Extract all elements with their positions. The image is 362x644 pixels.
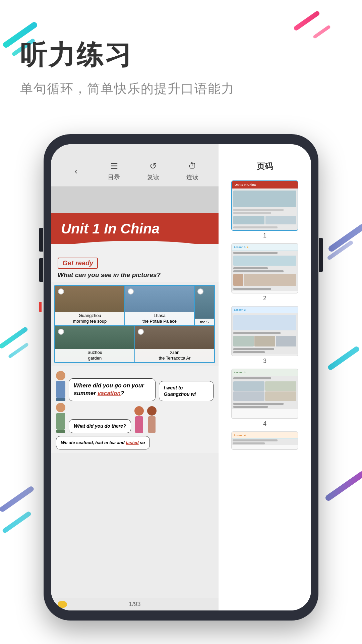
dot-1 — [58, 288, 64, 294]
thumb-image-2: Lesson 1 ● — [231, 243, 298, 293]
thumb-lesson-strip-2: Lesson 1 ● — [232, 244, 298, 251]
thumb-lesson-strip-4: Lesson 3 — [232, 369, 298, 376]
get-ready-box: Get ready — [58, 258, 98, 269]
power-button — [319, 238, 323, 272]
unit-banner: Unit 1 In China — [51, 213, 219, 244]
back-button[interactable]: ‹ — [71, 164, 81, 178]
dialog-bubble-4: We ate seafood, had m tea and tasted so — [56, 436, 150, 449]
thumb-body-2 — [232, 251, 298, 291]
gray-top-area — [51, 186, 219, 213]
dot-4 — [58, 329, 64, 335]
volume-up-button — [39, 228, 43, 252]
page-count: 1/93 — [129, 601, 140, 608]
suzhou-label: Suzhougarden — [55, 349, 134, 362]
thumb-body-3 — [232, 313, 298, 355]
image-guangzhou: Guangzhoumorning tea soup — [55, 285, 125, 326]
replay-button[interactable]: ↺ 复读 — [147, 161, 159, 181]
deco-blue-stroke-right — [327, 223, 362, 253]
dialog-row-2: What did you do there? — [56, 403, 214, 433]
deco-teal-stroke-left-mid2 — [8, 342, 29, 359]
deco-pink-stroke-top — [293, 10, 320, 31]
replay-label: 复读 — [147, 173, 159, 181]
thumb-image-5: Lesson 4 — [231, 431, 298, 450]
thumb-photos — [233, 336, 296, 346]
dot-3 — [197, 288, 203, 294]
menu-button[interactable]: ☰ 目录 — [108, 161, 120, 181]
dialog-bubble-1: Where did you go on your summer vacation… — [69, 378, 156, 401]
volume-down-button — [39, 258, 43, 282]
phone-screen: ‹ ☰ 目录 ↺ 复读 ⏱ 连读 — [51, 144, 311, 610]
page-dot — [58, 601, 67, 608]
thumb-map — [233, 315, 296, 330]
dialog-bubble-2: I went to Guangzhou wi — [159, 381, 214, 401]
deco-teal-stroke-bottom — [2, 511, 32, 534]
thumb-small-2 — [233, 256, 296, 266]
sub-title: 单句循环，简单快乐的提升口语能力 — [20, 80, 342, 98]
thumb-item-4[interactable]: Lesson 3 — [222, 369, 308, 427]
unit-title: Unit 1 In China — [61, 221, 208, 237]
thumb-item-2[interactable]: Lesson 1 ● — [222, 243, 308, 302]
image-xian: Xi'anthe Terracotta Ar — [135, 326, 215, 363]
phone-frame: ‹ ☰ 目录 ↺ 复读 ⏱ 连读 — [44, 134, 318, 621]
dialog-bubble-3: What did you do there? — [69, 419, 131, 433]
lhasa-label: Lhasathe Potala Palace — [125, 312, 194, 325]
deco-teal-stroke-left-mid — [0, 326, 28, 350]
dot-2 — [128, 288, 134, 294]
thumb-item-5[interactable]: Lesson 4 — [222, 431, 308, 450]
loop-icon: ⏱ — [188, 161, 197, 171]
char-boy2 — [56, 403, 65, 433]
replay-icon: ↺ — [149, 161, 157, 171]
thumb-number-2: 2 — [263, 295, 266, 302]
xian-label: Xi'anthe Terracotta Ar — [135, 349, 214, 362]
thumb-body-4 — [232, 376, 298, 409]
loop-label: 连读 — [186, 173, 198, 181]
page-num-bar: 1/93 — [51, 598, 219, 610]
deco-pink-stroke-top2 — [313, 25, 331, 39]
top-bar: ‹ ☰ 目录 ↺ 复读 ⏱ 连读 — [51, 144, 219, 186]
partial-label: the S — [195, 319, 214, 325]
deco-teal-stroke-right — [327, 345, 360, 371]
thumb-image-3: Lesson 2 — [231, 306, 298, 356]
back-icon: ‹ — [71, 164, 81, 178]
char-girl1 — [134, 406, 144, 433]
thumbs-panel: 页码 Unit 1 In China — [219, 144, 311, 610]
image-suzhou: Suzhougarden — [55, 326, 135, 363]
get-ready-label: Get ready — [62, 259, 93, 267]
image-row-1: Guangzhoumorning tea soup Lhasathe Potal… — [55, 285, 215, 326]
loop-button[interactable]: ⏱ 连读 — [186, 161, 198, 181]
image-row-2: Suzhougarden Xi'anthe Terracotta Ar — [55, 326, 215, 363]
menu-icon: ☰ — [110, 161, 118, 171]
phone-mockup: ‹ ☰ 目录 ↺ 复读 ⏱ 连读 — [44, 134, 318, 621]
thumb-strip-1: Unit 1 In China — [232, 181, 298, 189]
thumb-lesson-strip-3: Lesson 2 — [232, 307, 298, 313]
thumb-number-3: 3 — [263, 358, 266, 365]
thumb-number-1: 1 — [263, 232, 266, 239]
dialog-section: Where did you go on your summer vacation… — [51, 366, 219, 453]
deco-blue-stroke-right2 — [327, 240, 354, 260]
thumbs-list: Unit 1 In China — [219, 177, 311, 610]
thumbs-header-text: 页码 — [257, 162, 273, 171]
deco-blue-stroke-bottom-left — [0, 485, 35, 513]
thumb-image-4: Lesson 3 — [231, 369, 298, 419]
guangzhou-label: Guangzhoumorning tea soup — [55, 312, 124, 325]
main-title: 听力练习 — [20, 40, 342, 70]
image-grid: Guangzhoumorning tea soup Lhasathe Potal… — [54, 285, 215, 363]
thumb-number-4: 4 — [263, 420, 266, 427]
thumb-item-1[interactable]: Unit 1 In China — [222, 180, 308, 239]
char-boy — [56, 371, 65, 401]
image-partial: the S — [194, 285, 215, 326]
thumb-body-1 — [232, 189, 298, 230]
menu-label: 目录 — [108, 173, 120, 181]
dot-5 — [138, 329, 144, 335]
thumb-item-3[interactable]: Lesson 2 — [222, 306, 308, 365]
activity-question: What can you see in the pictures? — [58, 271, 212, 279]
thumb-placeholder-1 — [233, 191, 296, 207]
thumb-lesson-strip-5: Lesson 4 — [232, 432, 298, 439]
thumbs-header: 页码 — [219, 144, 311, 177]
thumb-image-1: Unit 1 In China — [231, 180, 298, 231]
content-panel: ‹ ☰ 目录 ↺ 复读 ⏱ 连读 — [51, 144, 219, 610]
dialog-row-1: Where did you go on your summer vacation… — [56, 371, 214, 401]
side-indicator — [39, 302, 42, 312]
image-lhasa: Lhasathe Potala Palace — [125, 285, 194, 326]
book-content: Unit 1 In China Get ready What can you s… — [51, 186, 219, 598]
